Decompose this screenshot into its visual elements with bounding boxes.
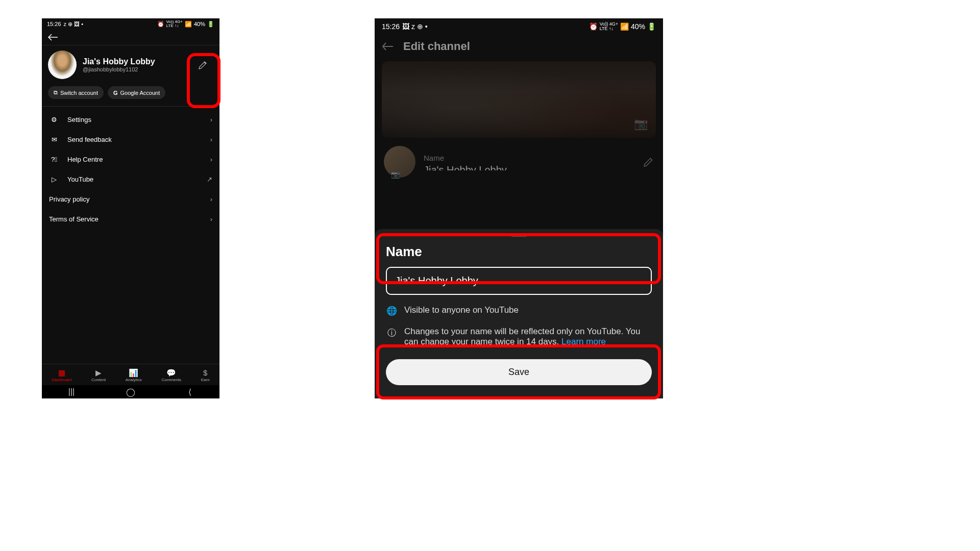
menu-youtube[interactable]: ▷ YouTube ↗: [42, 169, 219, 189]
chevron-right-icon: ›: [210, 195, 212, 203]
dashboard-icon: ▦: [58, 368, 65, 377]
signal-icon: 📶: [185, 21, 192, 28]
menu-help[interactable]: ?⃝ Help Centre ›: [42, 149, 219, 169]
back-arrow-icon[interactable]: [382, 42, 394, 51]
menu-settings[interactable]: ⚙ Settings ›: [42, 110, 219, 130]
switch-label: Switch account: [60, 90, 98, 96]
change-note-info: ⓘ Changes to your name will be reflected…: [386, 327, 652, 347]
menu-feedback[interactable]: ✉ Send feedback ›: [42, 130, 219, 149]
status-bar: 15:26 🖼 z ⊕ • ⏰ Vo)) 4G+LTE ↑↓ 📶 40% 🔋: [375, 18, 663, 35]
google-account-chip[interactable]: G Google Account: [108, 86, 165, 99]
change-note-text: Changes to your name will be reflected o…: [404, 327, 652, 347]
gear-icon: ⚙: [49, 116, 59, 123]
bottom-nav: ▦ Dashboard ▶ Content 📊 Analytics 💬 Comm…: [42, 364, 219, 385]
pencil-icon: [644, 157, 654, 167]
visibility-text: Visible to anyone on YouTube: [404, 305, 519, 315]
nav-earn[interactable]: $ Earn: [201, 368, 210, 382]
channel-banner[interactable]: 📷: [382, 61, 656, 138]
android-nav-bar: ||| ◯ ⟨: [42, 385, 219, 398]
name-field-value: Jia's Hobby Lobby: [424, 164, 635, 170]
nav-content[interactable]: ▶ Content: [91, 368, 106, 382]
google-label: Google Account: [120, 90, 160, 96]
switch-account-chip[interactable]: ⧉ Switch account: [48, 86, 104, 99]
battery-icon: 🔋: [207, 21, 214, 28]
signal-icon: 📶: [620, 22, 629, 31]
status-time: 15:26: [47, 21, 61, 27]
nav-analytics[interactable]: 📊 Analytics: [126, 368, 142, 382]
switch-icon: ⧉: [54, 89, 58, 96]
globe-icon: 🌐: [386, 306, 397, 316]
status-indicators: z ⊕ 🖼 •: [64, 21, 84, 28]
visibility-info: 🌐 Visible to anyone on YouTube: [386, 305, 652, 316]
menu-list: ⚙ Settings › ✉ Send feedback › ?⃝ Help C…: [42, 107, 219, 229]
status-indicators: 🖼 z ⊕ •: [402, 22, 428, 31]
annotation-highlight-save: [376, 344, 661, 399]
status-bar: 15:26 z ⊕ 🖼 • ⏰ Vo)) 4G+LTE ↑↓ 📶 40% 🔋: [42, 18, 219, 30]
battery-icon: 🔋: [647, 22, 656, 31]
earn-icon: $: [203, 368, 207, 377]
phone-screen-edit-channel: 15:26 🖼 z ⊕ • ⏰ Vo)) 4G+LTE ↑↓ 📶 40% 🔋 E…: [375, 18, 663, 398]
analytics-icon: 📊: [129, 368, 138, 377]
comments-icon: 💬: [166, 368, 176, 377]
name-field-label: Name: [424, 154, 635, 162]
profile-name-row[interactable]: 📷 Name Jia's Hobby Lobby: [375, 141, 663, 183]
back-button[interactable]: [42, 30, 219, 45]
chevron-right-icon: ›: [210, 215, 212, 223]
mail-icon: ✉: [49, 136, 59, 143]
chevron-right-icon: ›: [210, 156, 212, 163]
camera-icon: 📷: [634, 117, 648, 131]
alarm-icon: ⏰: [157, 21, 164, 28]
android-home[interactable]: ◯: [118, 387, 143, 397]
channel-handle: @jiashobbylobby1102: [83, 66, 187, 72]
edit-channel-header: Edit channel: [375, 35, 663, 58]
alarm-icon: ⏰: [589, 22, 598, 31]
network-icon: Vo)) 4G+LTE ↑↓: [600, 22, 618, 31]
menu-terms[interactable]: Terms of Service ›: [42, 209, 219, 229]
nav-comments[interactable]: 💬 Comments: [161, 368, 181, 382]
camera-icon: 📷: [391, 170, 400, 179]
info-icon: ⓘ: [386, 327, 397, 339]
youtube-icon: ▷: [49, 176, 59, 183]
content-icon: ▶: [95, 368, 102, 377]
annotation-highlight-edit: [187, 53, 220, 108]
battery-text: 40%: [631, 22, 645, 31]
status-time: 15:26: [382, 22, 400, 31]
page-title: Edit channel: [403, 40, 470, 53]
annotation-highlight-input: [376, 233, 661, 284]
battery-text: 40%: [194, 21, 205, 27]
avatar[interactable]: 📷: [384, 146, 415, 178]
nav-dashboard[interactable]: ▦ Dashboard: [52, 368, 71, 382]
avatar[interactable]: [48, 51, 77, 79]
help-icon: ?⃝: [49, 156, 59, 163]
google-icon: G: [113, 90, 118, 96]
channel-name: Jia's Hobby Lobby: [83, 57, 187, 66]
chevron-right-icon: ›: [210, 116, 212, 123]
menu-privacy[interactable]: Privacy policy ›: [42, 189, 219, 209]
network-icon: Vo)) 4G+LTE ↑↓: [166, 20, 183, 28]
chevron-right-icon: ›: [210, 136, 212, 143]
android-back[interactable]: ⟨: [177, 387, 203, 397]
android-recents[interactable]: |||: [59, 387, 84, 396]
external-link-icon: ↗: [207, 176, 212, 183]
